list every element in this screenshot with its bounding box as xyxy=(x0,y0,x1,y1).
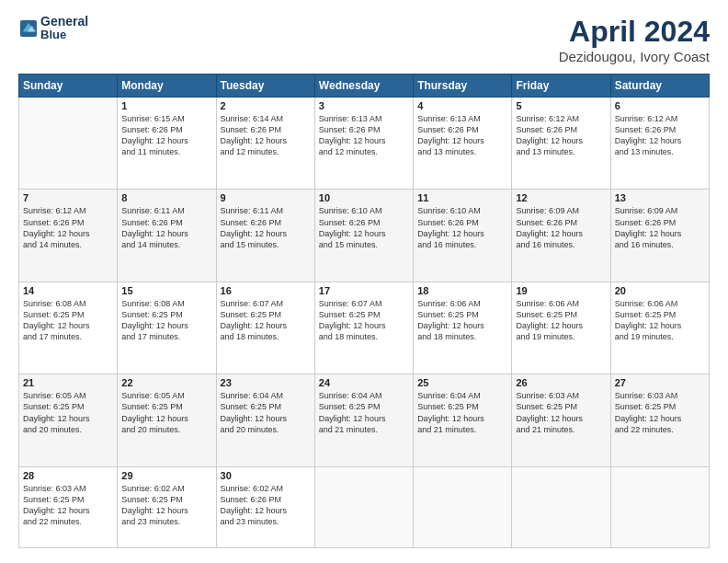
day-info: Sunrise: 6:06 AM Sunset: 6:25 PM Dayligh… xyxy=(615,298,705,343)
day-info: Sunrise: 6:14 AM Sunset: 6:26 PM Dayligh… xyxy=(221,113,311,158)
day-number: 27 xyxy=(615,377,705,388)
calendar-cell: 14Sunrise: 6:08 AM Sunset: 6:25 PM Dayli… xyxy=(19,282,118,373)
day-number: 30 xyxy=(221,470,311,481)
calendar-cell: 10Sunrise: 6:10 AM Sunset: 6:26 PM Dayli… xyxy=(314,190,413,282)
day-number: 29 xyxy=(121,470,211,481)
day-number: 21 xyxy=(23,377,113,388)
day-number: 13 xyxy=(615,192,705,203)
calendar-cell xyxy=(610,466,709,547)
day-number: 10 xyxy=(319,192,409,203)
calendar-cell: 30Sunrise: 6:02 AM Sunset: 6:26 PM Dayli… xyxy=(216,466,314,547)
calendar-cell: 2Sunrise: 6:14 AM Sunset: 6:26 PM Daylig… xyxy=(216,98,314,190)
day-info: Sunrise: 6:06 AM Sunset: 6:25 PM Dayligh… xyxy=(516,298,606,343)
day-number: 14 xyxy=(23,285,113,296)
page: General Blue April 2024 Dezidougou, Ivor… xyxy=(0,0,728,563)
day-info: Sunrise: 6:13 AM Sunset: 6:26 PM Dayligh… xyxy=(417,113,507,158)
calendar-cell: 5Sunrise: 6:12 AM Sunset: 6:26 PM Daylig… xyxy=(512,98,610,190)
day-info: Sunrise: 6:05 AM Sunset: 6:25 PM Dayligh… xyxy=(23,390,113,435)
calendar-week-row: 28Sunrise: 6:03 AM Sunset: 6:25 PM Dayli… xyxy=(19,466,710,547)
calendar-cell: 19Sunrise: 6:06 AM Sunset: 6:25 PM Dayli… xyxy=(512,282,610,373)
day-number: 26 xyxy=(516,377,606,388)
day-number: 1 xyxy=(121,100,211,111)
day-info: Sunrise: 6:03 AM Sunset: 6:25 PM Dayligh… xyxy=(23,483,113,528)
calendar-cell: 29Sunrise: 6:02 AM Sunset: 6:25 PM Dayli… xyxy=(118,466,216,547)
day-info: Sunrise: 6:02 AM Sunset: 6:25 PM Dayligh… xyxy=(121,483,211,528)
day-info: Sunrise: 6:15 AM Sunset: 6:26 PM Dayligh… xyxy=(121,113,211,158)
day-info: Sunrise: 6:12 AM Sunset: 6:26 PM Dayligh… xyxy=(615,113,705,158)
calendar-day-header: Monday xyxy=(118,75,216,98)
calendar-cell: 16Sunrise: 6:07 AM Sunset: 6:25 PM Dayli… xyxy=(216,282,314,373)
day-info: Sunrise: 6:10 AM Sunset: 6:26 PM Dayligh… xyxy=(417,205,507,250)
day-number: 11 xyxy=(417,192,507,203)
logo: General Blue xyxy=(18,15,88,42)
title-block: April 2024 Dezidougou, Ivory Coast xyxy=(559,15,710,64)
calendar-cell: 11Sunrise: 6:10 AM Sunset: 6:26 PM Dayli… xyxy=(414,190,512,282)
logo-line1: General xyxy=(40,15,88,29)
calendar-title: April 2024 xyxy=(559,15,710,49)
calendar-cell: 17Sunrise: 6:07 AM Sunset: 6:25 PM Dayli… xyxy=(314,282,413,373)
day-number: 20 xyxy=(615,285,705,296)
day-number: 5 xyxy=(516,100,606,111)
day-number: 3 xyxy=(319,100,409,111)
calendar-cell: 7Sunrise: 6:12 AM Sunset: 6:26 PM Daylig… xyxy=(19,190,118,282)
calendar-cell: 4Sunrise: 6:13 AM Sunset: 6:26 PM Daylig… xyxy=(414,98,512,190)
day-number: 4 xyxy=(417,100,507,111)
day-info: Sunrise: 6:07 AM Sunset: 6:25 PM Dayligh… xyxy=(221,298,311,343)
calendar-cell: 9Sunrise: 6:11 AM Sunset: 6:26 PM Daylig… xyxy=(216,190,314,282)
day-number: 12 xyxy=(516,192,606,203)
day-info: Sunrise: 6:07 AM Sunset: 6:25 PM Dayligh… xyxy=(319,298,409,343)
day-info: Sunrise: 6:04 AM Sunset: 6:25 PM Dayligh… xyxy=(221,390,311,435)
calendar-cell: 22Sunrise: 6:05 AM Sunset: 6:25 PM Dayli… xyxy=(118,374,216,466)
day-info: Sunrise: 6:03 AM Sunset: 6:25 PM Dayligh… xyxy=(516,390,606,435)
calendar-week-row: 21Sunrise: 6:05 AM Sunset: 6:25 PM Dayli… xyxy=(19,374,710,466)
day-number: 25 xyxy=(417,377,507,388)
calendar-cell: 24Sunrise: 6:04 AM Sunset: 6:25 PM Dayli… xyxy=(314,374,413,466)
day-info: Sunrise: 6:11 AM Sunset: 6:26 PM Dayligh… xyxy=(121,205,211,250)
day-number: 9 xyxy=(221,192,311,203)
day-info: Sunrise: 6:11 AM Sunset: 6:26 PM Dayligh… xyxy=(221,205,311,250)
day-number: 15 xyxy=(121,285,211,296)
day-number: 16 xyxy=(221,285,311,296)
day-info: Sunrise: 6:08 AM Sunset: 6:25 PM Dayligh… xyxy=(23,298,113,343)
calendar-cell xyxy=(512,466,610,547)
day-info: Sunrise: 6:03 AM Sunset: 6:25 PM Dayligh… xyxy=(615,390,705,435)
calendar-cell: 8Sunrise: 6:11 AM Sunset: 6:26 PM Daylig… xyxy=(118,190,216,282)
calendar-cell: 25Sunrise: 6:04 AM Sunset: 6:25 PM Dayli… xyxy=(414,374,512,466)
calendar-cell xyxy=(314,466,413,547)
calendar-cell: 26Sunrise: 6:03 AM Sunset: 6:25 PM Dayli… xyxy=(512,374,610,466)
calendar-cell: 15Sunrise: 6:08 AM Sunset: 6:25 PM Dayli… xyxy=(118,282,216,373)
logo-text: General Blue xyxy=(40,15,88,42)
calendar-cell: 3Sunrise: 6:13 AM Sunset: 6:26 PM Daylig… xyxy=(314,98,413,190)
day-info: Sunrise: 6:06 AM Sunset: 6:25 PM Dayligh… xyxy=(417,298,507,343)
calendar-cell: 23Sunrise: 6:04 AM Sunset: 6:25 PM Dayli… xyxy=(216,374,314,466)
calendar-cell xyxy=(19,98,118,190)
day-number: 22 xyxy=(121,377,211,388)
logo-icon xyxy=(20,20,37,37)
logo-line2: Blue xyxy=(40,29,88,41)
day-number: 23 xyxy=(221,377,311,388)
calendar-day-header: Thursday xyxy=(414,75,512,98)
calendar-cell: 1Sunrise: 6:15 AM Sunset: 6:26 PM Daylig… xyxy=(118,98,216,190)
day-info: Sunrise: 6:02 AM Sunset: 6:26 PM Dayligh… xyxy=(221,483,311,528)
calendar-cell xyxy=(414,466,512,547)
day-number: 28 xyxy=(23,470,113,481)
day-info: Sunrise: 6:05 AM Sunset: 6:25 PM Dayligh… xyxy=(121,390,211,435)
calendar-cell: 12Sunrise: 6:09 AM Sunset: 6:26 PM Dayli… xyxy=(512,190,610,282)
day-number: 17 xyxy=(319,285,409,296)
day-number: 7 xyxy=(23,192,113,203)
calendar-header-row: SundayMondayTuesdayWednesdayThursdayFrid… xyxy=(19,75,710,98)
day-number: 8 xyxy=(121,192,211,203)
day-info: Sunrise: 6:12 AM Sunset: 6:26 PM Dayligh… xyxy=(23,205,113,250)
calendar-day-header: Friday xyxy=(512,75,610,98)
calendar-day-header: Wednesday xyxy=(314,75,413,98)
header: General Blue April 2024 Dezidougou, Ivor… xyxy=(18,15,710,64)
calendar-subtitle: Dezidougou, Ivory Coast xyxy=(559,49,710,64)
calendar-day-header: Sunday xyxy=(19,75,118,98)
calendar-table: SundayMondayTuesdayWednesdayThursdayFrid… xyxy=(18,74,710,548)
calendar-week-row: 7Sunrise: 6:12 AM Sunset: 6:26 PM Daylig… xyxy=(19,190,710,282)
day-info: Sunrise: 6:10 AM Sunset: 6:26 PM Dayligh… xyxy=(319,205,409,250)
calendar-day-header: Tuesday xyxy=(216,75,314,98)
day-number: 6 xyxy=(615,100,705,111)
calendar-cell: 20Sunrise: 6:06 AM Sunset: 6:25 PM Dayli… xyxy=(610,282,709,373)
calendar-cell: 21Sunrise: 6:05 AM Sunset: 6:25 PM Dayli… xyxy=(19,374,118,466)
